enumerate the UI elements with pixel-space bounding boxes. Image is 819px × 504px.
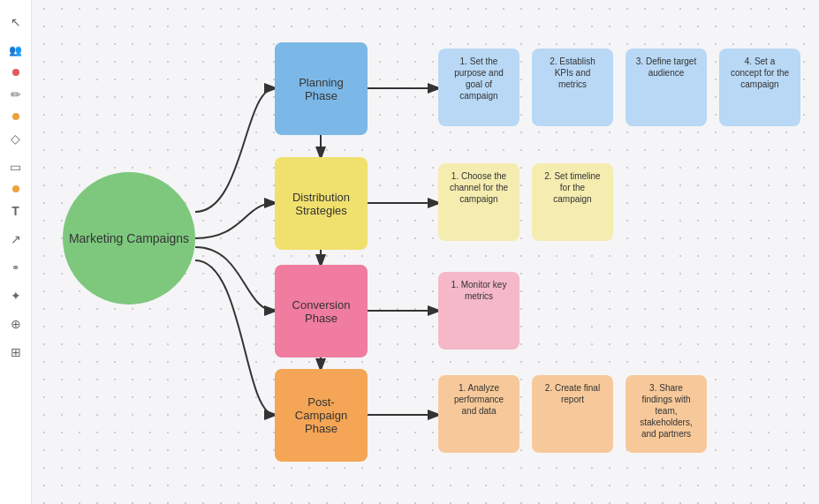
text-icon[interactable]: T: [4, 199, 27, 222]
canvas: Marketing Campaigns Planning Phase 1. Se…: [32, 0, 819, 504]
arrow-icon[interactable]: ↗: [4, 228, 27, 251]
dot-orange2: [12, 185, 19, 192]
cursor-icon[interactable]: ↖: [4, 11, 27, 34]
people-icon[interactable]: 👥: [4, 39, 27, 62]
planning-card-4[interactable]: 4. Set a concept for the campaign: [719, 49, 800, 126]
planning-card-3[interactable]: 3. Define target audience: [626, 49, 707, 126]
postcampaign-card-1[interactable]: 1. Analyze performance and data: [438, 375, 519, 453]
distribution-card-1[interactable]: 1. Choose the channel for the campaign: [438, 163, 519, 241]
distribution-card-2[interactable]: 2. Set timeline for the campaign: [532, 163, 613, 241]
dot-red: [12, 69, 19, 76]
conversion-phase-box[interactable]: Conversion Phase: [275, 265, 368, 357]
distribution-phase-label: Distribution Strategies: [282, 191, 360, 217]
magic-icon[interactable]: ✦: [4, 284, 27, 307]
postcampaign-card-3[interactable]: 3. Share findings with team, stakeholder…: [626, 375, 707, 453]
sidebar: ↖ 👥 ✏ ◇ ▭ T ↗ ⚭ ✦ ⊕ ⊞: [0, 0, 32, 504]
globe-icon[interactable]: ⊕: [4, 312, 27, 335]
planning-card-2[interactable]: 2. Establish KPIs and metrics: [532, 49, 613, 126]
image-icon[interactable]: ⊞: [4, 341, 27, 364]
planning-card-1[interactable]: 1. Set the purpose and goal of campaign: [438, 49, 519, 126]
planning-phase-box[interactable]: Planning Phase: [275, 42, 368, 135]
postcampaign-card-2[interactable]: 2. Create final report: [532, 375, 613, 453]
conversion-card-1[interactable]: 1. Monitor key metrics: [438, 272, 519, 350]
note-icon[interactable]: ▭: [4, 155, 27, 178]
distribution-phase-box[interactable]: Distribution Strategies: [275, 157, 368, 250]
dot-orange1: [12, 113, 19, 120]
center-node[interactable]: Marketing Campaigns: [63, 172, 195, 305]
center-label: Marketing Campaigns: [69, 231, 189, 245]
postcampaign-phase-box[interactable]: Post-Campaign Phase: [275, 369, 368, 462]
pencil-icon[interactable]: ✏: [4, 83, 27, 106]
shape-icon[interactable]: ◇: [4, 127, 27, 150]
postcampaign-phase-label: Post-Campaign Phase: [282, 395, 360, 435]
conversion-phase-label: Conversion Phase: [282, 298, 360, 325]
planning-phase-label: Planning Phase: [282, 76, 360, 102]
connection-icon[interactable]: ⚭: [4, 256, 27, 279]
